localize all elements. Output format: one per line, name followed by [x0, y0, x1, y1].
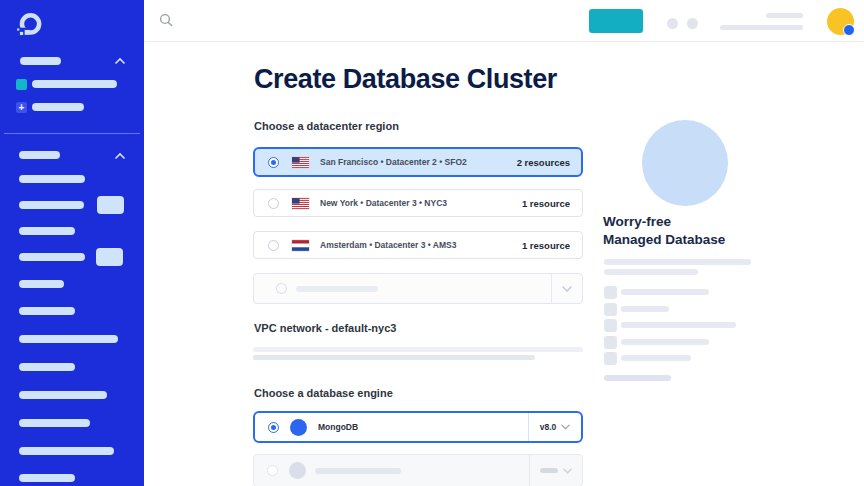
sidebar-skeleton-item [19, 363, 75, 371]
placeholder-circle-icon [276, 283, 287, 294]
chevron-down-icon [561, 424, 570, 430]
skeleton-line [253, 355, 535, 360]
skeleton-line [604, 259, 751, 265]
page-title: Create Database Cluster [254, 64, 557, 95]
info-panel-title: Worry-free Managed Database [603, 213, 733, 249]
skeleton-line [604, 375, 671, 381]
engine-logo-placeholder [289, 462, 306, 479]
sidebar-badge [96, 248, 123, 266]
datacenter-section-label: Choose a datacenter region [254, 120, 399, 132]
sidebar-skeleton-item [19, 391, 107, 399]
region-resource-count: 2 resources [517, 157, 570, 168]
mongodb-logo-icon [290, 419, 307, 436]
topbar [144, 0, 864, 42]
dropdown-toggle[interactable] [551, 274, 582, 303]
region-option-label: San Francisco • Datacenter 2 • SFO2 [320, 157, 517, 167]
radio-unselected-icon[interactable] [268, 240, 279, 251]
chevron-down-icon [563, 468, 572, 474]
engine-option-mongodb[interactable]: MongoDB v8.0 [253, 411, 583, 443]
region-option-sfo2[interactable]: San Francisco • Datacenter 2 • SFO2 2 re… [253, 147, 583, 177]
chevron-down-icon [562, 286, 572, 292]
version-value: v8.0 [540, 422, 557, 432]
skeleton-line [315, 468, 401, 474]
plus-icon[interactable]: + [16, 102, 27, 113]
create-button[interactable] [589, 9, 643, 33]
sidebar-active-project-icon [16, 79, 27, 90]
skeleton-line [621, 355, 691, 361]
radio-unselected-icon[interactable] [268, 198, 279, 209]
account-skeleton-line [720, 25, 803, 30]
sidebar-skeleton-item [20, 57, 61, 65]
avatar-status-dot [843, 24, 855, 36]
account-skeleton-line [766, 13, 803, 18]
radio-selected-icon[interactable] [268, 157, 279, 168]
help-icon[interactable] [687, 18, 698, 29]
skeleton-line [621, 289, 709, 295]
sidebar: + [0, 0, 144, 486]
skeleton-line [621, 339, 709, 345]
sidebar-skeleton-item [19, 253, 85, 261]
sidebar-badge [97, 196, 124, 214]
engine-section-label: Choose a database engine [254, 387, 393, 399]
engine-name: MongoDB [318, 422, 528, 432]
us-flag-icon [292, 157, 309, 168]
sidebar-skeleton-item [19, 447, 114, 455]
sidebar-skeleton-item [19, 280, 64, 288]
skeleton-line [604, 269, 698, 275]
sidebar-skeleton-item [19, 474, 75, 482]
sidebar-skeleton-item [19, 175, 85, 183]
bullet-icon [604, 352, 617, 365]
radio-unselected-icon[interactable] [267, 465, 278, 476]
app-window: + Create D [0, 0, 864, 486]
skeleton-line [253, 347, 583, 352]
sidebar-skeleton-item [19, 419, 90, 427]
radio-selected-icon[interactable] [268, 422, 279, 433]
bullet-icon [604, 303, 617, 316]
region-resource-count: 1 resource [522, 240, 570, 251]
sidebar-skeleton-item [19, 227, 75, 235]
skeleton-line [621, 322, 736, 328]
bullet-icon [604, 336, 617, 349]
bullet-icon [604, 286, 617, 299]
skeleton-line [296, 286, 378, 292]
us-flag-icon [292, 198, 309, 209]
engine-option-skeleton[interactable] [253, 454, 583, 486]
chevron-up-icon[interactable] [114, 152, 126, 160]
digitalocean-logo-icon[interactable] [15, 10, 45, 40]
region-option-ams3[interactable]: Amsterdam • Datacenter 3 • AMS3 1 resour… [253, 231, 583, 259]
sidebar-skeleton-item [32, 80, 117, 88]
sidebar-skeleton-item [32, 103, 84, 111]
version-select[interactable]: v8.0 [528, 413, 581, 441]
sidebar-skeleton-item [19, 335, 118, 343]
chevron-up-icon[interactable] [114, 57, 126, 65]
skeleton-line [621, 306, 669, 312]
bullet-icon [604, 319, 617, 332]
version-select-skeleton[interactable] [529, 455, 582, 486]
region-option-label: New York • Datacenter 3 • NYC3 [320, 198, 522, 208]
managed-database-illustration [642, 120, 728, 206]
region-option-label: Amsterdam • Datacenter 3 • AMS3 [320, 240, 522, 250]
skeleton-line [540, 468, 558, 473]
region-skeleton-dropdown[interactable] [253, 273, 583, 304]
search-icon[interactable] [159, 13, 173, 27]
sidebar-divider [4, 133, 140, 134]
sidebar-skeleton-item [19, 201, 84, 209]
sidebar-skeleton-item [19, 307, 75, 315]
vpc-network-label: VPC network - default-nyc3 [254, 322, 396, 334]
sidebar-skeleton-item [19, 151, 60, 159]
avatar[interactable] [827, 8, 854, 35]
nl-flag-icon [292, 240, 309, 251]
region-resource-count: 1 resource [522, 198, 570, 209]
region-option-nyc3[interactable]: New York • Datacenter 3 • NYC3 1 resourc… [253, 189, 583, 217]
notifications-icon[interactable] [667, 18, 678, 29]
